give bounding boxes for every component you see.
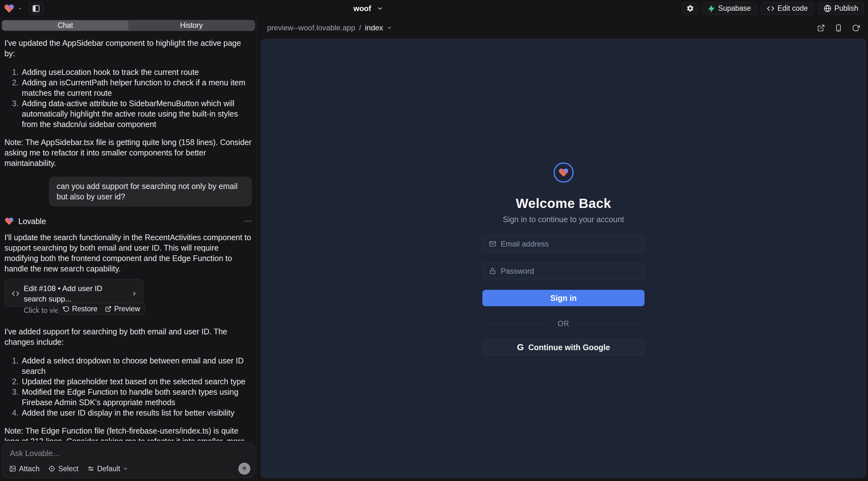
publish-button[interactable]: Publish (818, 2, 864, 15)
supabase-icon (707, 5, 715, 12)
chevron-right-icon (131, 290, 137, 297)
list-item: Modified the Edge Function to handle bot… (4, 387, 252, 408)
edit-code-label: Edit code (778, 4, 808, 13)
password-field[interactable]: Password (483, 263, 645, 279)
chevron-down-icon (377, 5, 383, 12)
signin-title: Welcome Back (516, 196, 611, 211)
edit-card-actions: Restore Preview (58, 303, 146, 315)
project-name: woof (353, 4, 371, 13)
mode-select-button[interactable]: Default (87, 464, 128, 473)
preview-button[interactable]: Preview (105, 304, 140, 314)
edit-card[interactable]: Edit #108 • Add user ID search supp... C… (4, 279, 144, 307)
more-options-button[interactable] (244, 217, 252, 225)
chevron-down-icon (18, 6, 22, 11)
preview-viewport: Welcome Back Sign in to continue to your… (261, 39, 866, 478)
sidebar-toggle-button[interactable] (28, 2, 43, 15)
attach-label: Attach (19, 464, 39, 473)
composer-toolbar: Attach Select Default (9, 463, 250, 475)
app-window: woof Supabase Edit code (0, 0, 868, 481)
url-separator: / (359, 23, 361, 32)
signin-page: Welcome Back Sign in to continue to your… (483, 39, 645, 356)
assistant-paragraph: I've updated the AppSidebar component to… (4, 38, 252, 59)
list-item: Added the user ID display in the results… (4, 408, 252, 418)
signin-subtitle: Sign in to continue to your account (503, 215, 624, 224)
gear-icon (686, 4, 694, 12)
preview-url-breadcrumb[interactable]: preview--woof.lovable.app / index (267, 23, 392, 32)
chevron-down-icon (387, 25, 392, 30)
panel-left-icon (32, 4, 40, 13)
tab-history[interactable]: History (128, 21, 254, 30)
publish-label: Publish (835, 4, 858, 13)
heart-icon (558, 167, 569, 178)
tab-chat[interactable]: Chat (2, 21, 128, 30)
assistant-numbered-list: Added a select dropdown to choose betwee… (4, 356, 252, 418)
supabase-label: Supabase (718, 4, 751, 13)
chevron-down-icon (123, 466, 128, 471)
assistant-numbered-list: Adding useLocation hook to track the cur… (4, 67, 252, 130)
refresh-button[interactable] (852, 24, 860, 32)
smartphone-icon (835, 24, 842, 32)
preview-host: preview--woof.lovable.app (267, 23, 355, 32)
edit-card-title: Edit #108 • Add user ID search supp... (24, 283, 122, 304)
chat-message-list: I've updated the AppSidebar component to… (0, 31, 256, 441)
chat-composer[interactable]: Ask Lovable... Attach Select Default (2, 443, 255, 478)
list-item: Added a select dropdown to choose betwee… (4, 356, 252, 376)
user-message-bubble: can you add support for searching not on… (49, 177, 252, 206)
sliders-icon (87, 465, 94, 472)
preview-panel: preview--woof.lovable.app / index (257, 17, 868, 481)
edit-card-container: Edit #108 • Add user ID search supp... C… (4, 279, 144, 307)
chat-history-tabbar: Chat History (2, 20, 255, 31)
or-divider: OR (483, 320, 645, 328)
continue-with-google-button[interactable]: G Continue with Google (483, 339, 645, 356)
code-icon (767, 5, 774, 12)
google-icon: G (517, 342, 524, 352)
crosshair-icon (49, 465, 55, 472)
list-item: Updated the placeholder text based on th… (4, 376, 252, 387)
lovable-logo-menu[interactable] (4, 3, 22, 14)
edit-code-button[interactable]: Edit code (761, 2, 814, 15)
settings-button[interactable] (682, 2, 698, 15)
list-item: Adding an isCurrentPath helper function … (4, 77, 252, 98)
preview-label: Preview (114, 304, 140, 314)
restore-icon (63, 306, 69, 312)
google-label: Continue with Google (528, 343, 610, 352)
list-item: Adding useLocation hook to track the cur… (4, 67, 252, 77)
send-button[interactable] (238, 463, 250, 475)
refresh-icon (852, 24, 860, 32)
external-link-icon (105, 306, 112, 312)
restore-button[interactable]: Restore (63, 304, 98, 314)
select-button[interactable]: Select (49, 464, 79, 473)
sign-in-button[interactable]: Sign in (483, 290, 645, 306)
mobile-view-button[interactable] (835, 24, 842, 32)
email-placeholder: Email address (501, 239, 549, 248)
code-icon (12, 290, 19, 297)
open-in-new-tab-button[interactable] (817, 24, 825, 32)
globe-icon (824, 5, 831, 12)
topbar-actions: Supabase Edit code Publish (682, 2, 864, 15)
password-placeholder: Password (501, 267, 534, 276)
mail-icon (489, 240, 496, 248)
assistant-paragraph: I'll update the search functionality in … (4, 232, 252, 274)
assistant-note: Note: The Edge Function file (fetch-fire… (4, 426, 252, 441)
attach-button[interactable]: Attach (9, 464, 39, 473)
lock-icon (489, 267, 496, 275)
composer-placeholder: Ask Lovable... (10, 449, 59, 458)
assistant-name: Lovable (18, 216, 46, 227)
preview-page: index (365, 23, 383, 32)
supabase-button[interactable]: Supabase (702, 2, 757, 15)
app-logo (554, 162, 574, 183)
arrow-up-icon (241, 466, 248, 472)
email-field[interactable]: Email address (483, 235, 645, 252)
or-label: OR (558, 320, 569, 328)
chat-panel: Chat History I've updated the AppSidebar… (0, 17, 257, 481)
image-plus-icon (9, 465, 16, 472)
preview-toolbar: preview--woof.lovable.app / index (257, 17, 868, 39)
lovable-heart-icon (4, 217, 14, 226)
assistant-note: Note: The AppSidebar.tsx file is getting… (4, 137, 252, 168)
project-title-menu[interactable]: woof (353, 0, 383, 17)
list-item: Adding data-active attribute to SidebarM… (4, 98, 252, 130)
select-label: Select (58, 464, 79, 473)
assistant-paragraph: I've added support for searching by both… (4, 326, 252, 347)
top-bar: woof Supabase Edit code (0, 0, 868, 17)
restore-label: Restore (72, 304, 98, 314)
